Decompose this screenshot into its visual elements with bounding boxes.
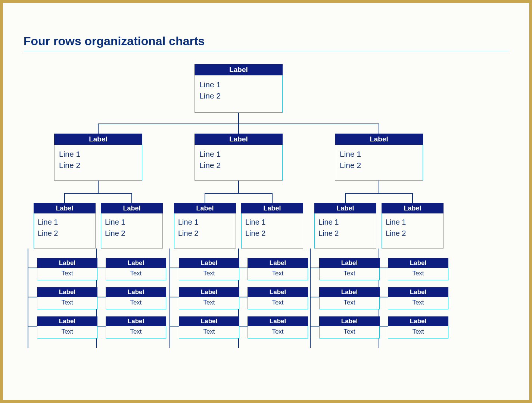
org-leaf-label: Label (37, 258, 97, 268)
org-leaf: LabelText (388, 258, 448, 280)
org-node-branch-0: Label Line 1 Line 2 (54, 134, 142, 181)
org-leaf-label: Label (319, 316, 380, 326)
org-leaf: LabelText (248, 258, 308, 280)
org-leaf-text: Text (248, 297, 308, 309)
org-node-l3-2-0: Label Line 1 Line 2 (314, 203, 376, 249)
org-node-line2: Line 2 (59, 160, 137, 171)
org-leaf-label: Label (388, 287, 448, 297)
org-leaf-text: Text (248, 326, 308, 338)
org-leaf: LabelText (179, 316, 239, 338)
org-leaf-label: Label (248, 258, 308, 268)
org-leaf-text: Text (179, 268, 239, 280)
org-leaf: LabelText (106, 316, 166, 338)
org-node-line2: Line 2 (105, 228, 159, 239)
org-leaf-text: Text (106, 297, 166, 309)
org-leaf-label: Label (319, 258, 380, 268)
org-node-line1: Line 1 (105, 216, 159, 228)
org-node-l3-1-1: Label Line 1 Line 2 (241, 203, 303, 249)
org-leaf-label: Label (388, 316, 448, 326)
org-node-line1: Line 1 (38, 216, 91, 228)
org-leaf-label: Label (106, 258, 166, 268)
org-leaf-text: Text (179, 297, 239, 309)
org-leaf: LabelText (388, 287, 448, 309)
org-node-label: Label (34, 203, 96, 213)
org-node-label: Label (195, 64, 283, 75)
org-leaf-text: Text (37, 326, 97, 338)
org-leaf-label: Label (37, 287, 97, 297)
org-leaf-label: Label (106, 316, 166, 326)
org-node-label: Label (241, 203, 303, 213)
org-leaf: LabelText (248, 316, 308, 338)
org-node-body: Line 1 Line 2 (195, 75, 283, 113)
org-node-line2: Line 2 (340, 160, 418, 171)
org-leaf-text: Text (37, 268, 97, 280)
org-leaf-label: Label (179, 287, 239, 297)
org-node-label: Label (174, 203, 236, 213)
org-leaf-text: Text (106, 268, 166, 280)
org-leaf-text: Text (179, 326, 239, 338)
org-node-line2: Line 2 (199, 160, 278, 171)
org-leaf-label: Label (388, 258, 448, 268)
org-node-line1: Line 1 (199, 79, 278, 90)
org-leaf: LabelText (106, 287, 166, 309)
org-node-l3-2-1: Label Line 1 Line 2 (382, 203, 444, 249)
org-leaf-label: Label (37, 316, 97, 326)
org-node-branch-1: Label Line 1 Line 2 (195, 134, 283, 181)
org-leaf-label: Label (248, 316, 308, 326)
org-node-line2: Line 2 (318, 228, 372, 239)
org-leaf-label: Label (179, 258, 239, 268)
org-leaf-text: Text (319, 297, 380, 309)
org-leaf: LabelText (37, 287, 97, 309)
org-node-line1: Line 1 (340, 149, 418, 160)
org-node-l3-0-0: Label Line 1 Line 2 (34, 203, 96, 249)
org-leaf-label: Label (179, 316, 239, 326)
org-node-l3-0-1: Label Line 1 Line 2 (101, 203, 163, 249)
org-node-label: Label (54, 134, 142, 145)
org-node-label: Label (101, 203, 163, 213)
org-leaf: LabelText (388, 316, 448, 338)
org-leaf: LabelText (37, 316, 97, 338)
org-node-line1: Line 1 (199, 149, 278, 160)
org-node-line1: Line 1 (318, 216, 372, 228)
org-leaf-text: Text (388, 297, 448, 309)
org-node-branch-2: Label Line 1 Line 2 (335, 134, 423, 181)
org-leaf: LabelText (179, 258, 239, 280)
slide-title: Four rows organizational charts (24, 34, 205, 48)
org-leaf: LabelText (319, 287, 380, 309)
org-node-label: Label (314, 203, 376, 213)
org-leaf-text: Text (319, 326, 380, 338)
org-node-line1: Line 1 (178, 216, 232, 228)
org-node-line2: Line 2 (199, 90, 278, 101)
org-node-label: Label (195, 134, 283, 145)
org-node-line2: Line 2 (178, 228, 232, 239)
org-leaf: LabelText (37, 258, 97, 280)
org-node-line1: Line 1 (386, 216, 439, 228)
org-leaf: LabelText (319, 316, 380, 338)
org-node-l3-1-0: Label Line 1 Line 2 (174, 203, 236, 249)
org-chart: Label Line 1 Line 2 Label Line 1 Line 2 … (24, 59, 507, 395)
org-node-line2: Line 2 (245, 228, 299, 239)
org-node-label: Label (382, 203, 444, 213)
org-leaf-label: Label (248, 287, 308, 297)
org-leaf-text: Text (106, 326, 166, 338)
title-underline (24, 51, 508, 51)
org-leaf-text: Text (388, 326, 448, 338)
slide: Four rows organizational charts (3, 3, 529, 400)
org-node-line2: Line 2 (38, 228, 91, 239)
org-node-line2: Line 2 (386, 228, 439, 239)
org-leaf-label: Label (319, 287, 380, 297)
org-leaf-text: Text (388, 268, 448, 280)
org-node-root: Label Line 1 Line 2 (195, 64, 283, 113)
org-leaf-label: Label (106, 287, 166, 297)
org-leaf-text: Text (37, 297, 97, 309)
org-leaf-text: Text (319, 268, 380, 280)
org-leaf: LabelText (179, 287, 239, 309)
org-node-label: Label (335, 134, 423, 145)
org-leaf: LabelText (248, 287, 308, 309)
org-node-line1: Line 1 (59, 149, 137, 160)
org-node-line1: Line 1 (245, 216, 299, 228)
org-leaf-text: Text (248, 268, 308, 280)
org-leaf: LabelText (319, 258, 380, 280)
org-leaf: LabelText (106, 258, 166, 280)
